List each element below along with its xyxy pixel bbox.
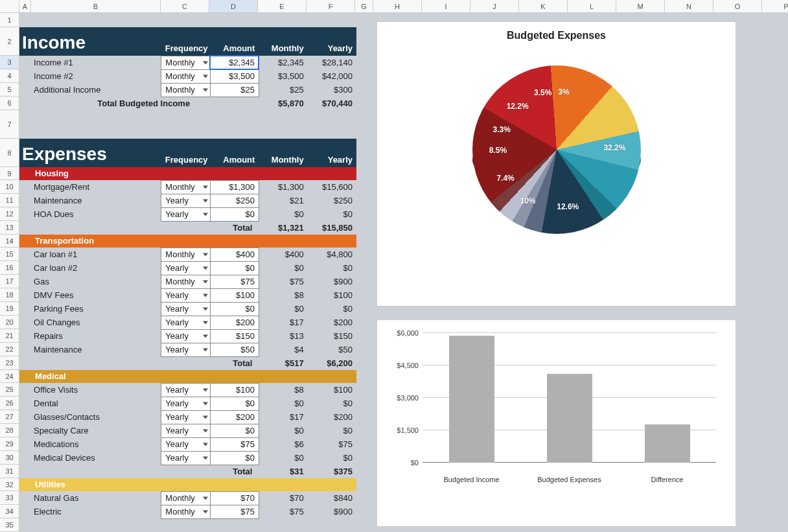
frequency-select[interactable]: Monthly [161,180,210,194]
frequency-select[interactable]: Monthly [161,275,210,288]
frequency-select[interactable]: Yearly [161,343,210,356]
amount-input[interactable]: $0 [210,302,259,316]
col-header-K[interactable]: K [519,0,568,12]
col-header-O[interactable]: O [713,0,762,12]
amount-input[interactable]: $70 [210,491,259,505]
row-header-11[interactable]: 11 [0,194,19,207]
amount-input[interactable]: $200 [210,410,259,424]
col-header-F[interactable]: F [307,0,355,12]
expense-row[interactable]: ElectricMonthly$75$75$900 [19,505,356,518]
expense-row[interactable]: Car loan #1Monthly$400$400$4,800 [19,248,356,261]
frequency-select[interactable]: Yearly [161,437,210,451]
col-header-D[interactable]: D [209,0,258,12]
expense-row[interactable]: GasMonthly$75$75$900 [19,275,356,288]
expense-row[interactable]: Office VisitsYearly$100$8$100 [19,383,356,397]
row-header-30[interactable]: 30 [0,451,19,465]
col-header-N[interactable]: N [665,0,713,12]
select-all-corner[interactable] [0,0,19,12]
amount-input[interactable]: $25 [210,83,259,97]
frequency-select[interactable]: Yearly [161,410,210,424]
row-header-10[interactable]: 10 [0,180,19,194]
amount-input[interactable]: $75 [210,437,259,451]
bar-chart-panel[interactable]: $0$1,500$3,000$4,500$6,000 Budgeted Inco… [377,319,736,527]
amount-input[interactable]: $100 [210,383,259,397]
expense-row[interactable]: Oil ChangesYearly$200$17$200 [19,316,356,329]
row-header-8[interactable]: 8 [0,139,19,167]
frequency-select[interactable]: Yearly [161,194,210,207]
frequency-select[interactable]: Monthly [161,248,210,261]
col-header-B[interactable]: B [31,0,161,12]
expense-row[interactable]: Medical DevicesYearly$0$0$0 [19,451,356,465]
col-header-H[interactable]: H [373,0,422,12]
row-header-21[interactable]: 21 [0,329,19,343]
amount-input[interactable]: $0 [210,397,259,410]
row-header-29[interactable]: 29 [0,437,19,451]
col-header-J[interactable]: J [470,0,519,12]
frequency-select[interactable]: Monthly [161,69,210,83]
col-header-A[interactable]: A [19,0,31,12]
row-header-27[interactable]: 27 [0,410,19,424]
frequency-select[interactable]: Monthly [161,505,210,518]
row-header-16[interactable]: 16 [0,261,19,275]
expense-row[interactable]: Mortgage/RentMonthly$1,300$1,300$15,600 [19,180,356,194]
row-header-5[interactable]: 5 [0,83,19,97]
frequency-select[interactable]: Yearly [161,261,210,275]
expense-row[interactable]: DentalYearly$0$0$0 [19,397,356,410]
col-header-M[interactable]: M [616,0,665,12]
expense-row[interactable]: MedicationsYearly$75$6$75 [19,437,356,451]
row-header-33[interactable]: 33 [0,491,19,505]
frequency-select[interactable]: Monthly [161,83,210,97]
row-header-18[interactable]: 18 [0,288,19,302]
row-header-24[interactable]: 24 [0,370,19,383]
row-header-14[interactable]: 14 [0,235,19,248]
amount-input[interactable]: $0 [210,261,259,275]
col-header-G[interactable]: G [355,0,373,12]
row-header-13[interactable]: 13 [0,221,19,235]
amount-input[interactable]: $75 [210,275,259,288]
amount-input[interactable]: $0 [210,424,259,437]
frequency-select[interactable]: Yearly [161,424,210,437]
row-header-3[interactable]: 3 [0,56,19,69]
row-header-35[interactable]: 35 [0,518,19,532]
col-header-E[interactable]: E [258,0,307,12]
amount-input[interactable]: $100 [210,288,259,302]
amount-input[interactable]: $3,500 [210,69,259,83]
frequency-select[interactable]: Monthly [161,56,210,69]
col-header-I[interactable]: I [422,0,470,12]
amount-input[interactable]: $400 [210,248,259,261]
income-row[interactable]: Income #2Monthly$3,500$3,500$42,000 [19,69,356,83]
row-header-17[interactable]: 17 [0,275,19,288]
col-header-L[interactable]: L [568,0,616,12]
col-header-P[interactable]: P [762,0,788,12]
expense-row[interactable]: MaintenanceYearly$250$21$250 [19,194,356,207]
row-header-25[interactable]: 25 [0,383,19,397]
expense-row[interactable]: Natural GasMonthly$70$70$840 [19,491,356,505]
expense-row[interactable]: DMV FeesYearly$100$8$100 [19,288,356,302]
amount-input[interactable]: $75 [210,505,259,518]
amount-input[interactable]: $200 [210,316,259,329]
row-header-34[interactable]: 34 [0,505,19,518]
expense-row[interactable]: Car loan #2Yearly$0$0$0 [19,261,356,275]
row-header-1[interactable]: 1 [0,13,19,27]
frequency-select[interactable]: Yearly [161,302,210,316]
amount-input[interactable]: $150 [210,329,259,343]
row-header-15[interactable]: 15 [0,248,19,261]
row-header-31[interactable]: 31 [0,465,19,478]
expense-row[interactable]: Glasses/ContactsYearly$200$17$200 [19,410,356,424]
row-header-20[interactable]: 20 [0,316,19,329]
expense-row[interactable]: Specialty CareYearly$0$0$0 [19,424,356,437]
column-headers[interactable]: ABCDEFGHIJKLMNOP [0,0,788,13]
row-header-2[interactable]: 2 [0,27,19,56]
amount-input[interactable]: $0 [210,451,259,465]
row-header-32[interactable]: 32 [0,478,19,491]
row-header-23[interactable]: 23 [0,356,19,370]
expense-row[interactable]: RepairsYearly$150$13$150 [19,329,356,343]
amount-input[interactable]: $1,300 [210,180,259,194]
row-header-26[interactable]: 26 [0,397,19,410]
amount-input[interactable]: $2,345 [210,56,259,69]
frequency-select[interactable]: Yearly [161,383,210,397]
row-header-19[interactable]: 19 [0,302,19,316]
row-header-7[interactable]: 7 [0,110,19,139]
frequency-select[interactable]: Yearly [161,451,210,465]
row-header-4[interactable]: 4 [0,69,19,83]
